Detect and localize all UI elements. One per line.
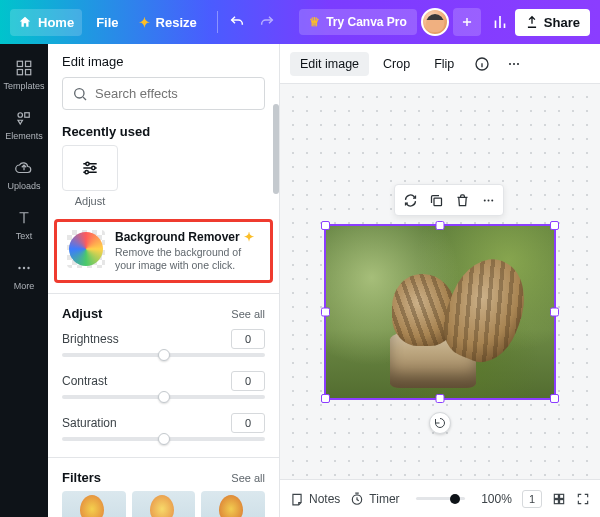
search-input[interactable] <box>62 77 265 110</box>
svg-point-10 <box>86 162 89 165</box>
rotate-handle[interactable] <box>429 412 451 434</box>
undo-button[interactable] <box>222 7 252 37</box>
svg-rect-22 <box>554 494 558 498</box>
panel-scrollbar[interactable] <box>273 104 279 194</box>
present-button[interactable] <box>576 492 590 506</box>
float-more[interactable] <box>475 187 501 213</box>
toolbar-flip[interactable]: Flip <box>424 52 464 76</box>
svg-point-16 <box>517 62 519 64</box>
expand-icon <box>576 492 590 506</box>
crown-icon: ✦ <box>244 230 254 244</box>
grid-view-button[interactable] <box>552 492 566 506</box>
zoom-value: 100% <box>481 492 512 506</box>
share-button[interactable]: Share <box>515 9 590 36</box>
float-delete[interactable] <box>449 187 475 213</box>
float-sync[interactable] <box>397 187 423 213</box>
rail-elements[interactable]: Elements <box>0 100 48 150</box>
svg-point-20 <box>491 199 493 201</box>
contrast-slider[interactable]: Contrast0 <box>48 369 279 411</box>
plus-icon <box>460 15 474 29</box>
redo-icon <box>259 14 275 30</box>
brightness-slider[interactable]: Brightness0 <box>48 327 279 369</box>
bg-remover-thumb <box>67 230 105 268</box>
toolbar-edit-image[interactable]: Edit image <box>290 52 369 76</box>
resize-handle[interactable] <box>550 394 559 403</box>
home-button[interactable]: Home <box>10 9 82 36</box>
side-rail: Templates Elements Uploads Text More <box>0 44 48 517</box>
filter-thumb[interactable] <box>201 491 265 517</box>
undo-icon <box>229 14 245 30</box>
rail-text[interactable]: Text <box>0 200 48 250</box>
edit-panel: Edit image Recently used Adjust Backgrou… <box>48 44 280 517</box>
zoom-slider[interactable] <box>416 497 466 500</box>
add-member-button[interactable] <box>453 8 481 36</box>
background-remover-card[interactable]: Background Remover ✦ Remove the backgrou… <box>54 219 273 283</box>
resize-handle[interactable] <box>321 394 330 403</box>
timer-button[interactable]: Timer <box>350 492 399 506</box>
svg-point-15 <box>513 62 515 64</box>
filter-thumb[interactable] <box>132 491 196 517</box>
svg-rect-25 <box>560 499 564 503</box>
try-pro-button[interactable]: ♕ Try Canva Pro <box>299 9 417 35</box>
filter-thumb[interactable] <box>62 491 126 517</box>
resize-handle[interactable] <box>436 221 445 230</box>
notes-icon <box>290 492 304 506</box>
resize-button[interactable]: ✦ Resize <box>131 9 205 36</box>
toolbar-info[interactable] <box>468 50 496 78</box>
more-icon <box>506 56 522 72</box>
file-button[interactable]: File <box>88 9 126 36</box>
upload-icon <box>525 15 539 29</box>
rail-uploads[interactable]: Uploads <box>0 150 48 200</box>
svg-point-9 <box>75 88 84 97</box>
filters-see-all[interactable]: See all <box>231 472 265 484</box>
rotate-icon <box>434 417 446 429</box>
svg-point-4 <box>18 113 23 118</box>
page-count[interactable]: 1 <box>522 490 542 508</box>
resize-handle[interactable] <box>321 308 330 317</box>
home-icon <box>18 15 32 29</box>
svg-point-11 <box>92 166 95 169</box>
insights-button[interactable] <box>485 7 515 37</box>
crown-icon: ✦ <box>139 15 150 30</box>
crown-icon: ♕ <box>309 15 320 29</box>
float-duplicate[interactable] <box>423 187 449 213</box>
notes-button[interactable]: Notes <box>290 492 340 506</box>
svg-point-8 <box>27 267 29 269</box>
svg-point-12 <box>85 171 88 174</box>
search-icon <box>72 86 88 102</box>
adjust-see-all[interactable]: See all <box>231 308 265 320</box>
redo-button[interactable] <box>252 7 282 37</box>
bg-remover-desc: Remove the background of your image with… <box>115 246 260 272</box>
svg-point-19 <box>487 199 489 201</box>
top-bar: Home File ✦ Resize ♕ Try Canva Pro Share <box>0 0 600 44</box>
rail-templates[interactable]: Templates <box>0 50 48 100</box>
toolbar-more[interactable] <box>500 50 528 78</box>
saturation-slider[interactable]: Saturation0 <box>48 411 279 453</box>
toolbar-crop[interactable]: Crop <box>373 52 420 76</box>
svg-point-6 <box>18 267 20 269</box>
resize-handle[interactable] <box>550 221 559 230</box>
svg-point-14 <box>509 62 511 64</box>
filters-title: Filters <box>62 470 101 485</box>
svg-rect-17 <box>434 198 442 206</box>
more-icon <box>481 193 496 208</box>
resize-handle[interactable] <box>436 394 445 403</box>
info-icon <box>474 56 490 72</box>
canvas-body[interactable] <box>280 84 600 479</box>
svg-rect-0 <box>17 61 22 66</box>
bottom-bar: Notes Timer 100% 1 <box>280 479 600 517</box>
recent-adjust[interactable]: Adjust <box>62 145 118 207</box>
text-icon <box>15 209 33 227</box>
rail-more[interactable]: More <box>0 250 48 300</box>
floating-toolbar <box>394 184 504 216</box>
templates-icon <box>15 59 33 77</box>
more-icon <box>15 259 33 277</box>
grid-icon <box>552 492 566 506</box>
panel-title: Edit image <box>48 44 279 77</box>
resize-handle[interactable] <box>550 308 559 317</box>
bg-remover-title: Background Remover <box>115 230 240 244</box>
svg-rect-23 <box>560 494 564 498</box>
resize-handle[interactable] <box>321 221 330 230</box>
selected-image[interactable] <box>324 224 556 400</box>
avatar[interactable] <box>421 8 449 36</box>
